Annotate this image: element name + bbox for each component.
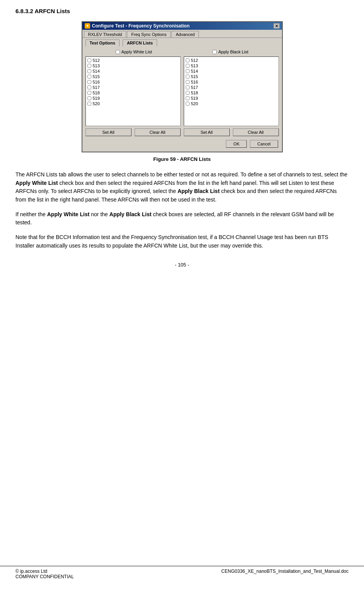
tab-arfcn-lists[interactable]: ARFCN Lists	[123, 39, 157, 46]
black-list-checkbox-label[interactable]: Apply Black List	[212, 50, 248, 54]
figure-caption: Figure 59 - ARFCN Lists	[15, 156, 349, 162]
item-514-right-check[interactable]	[186, 69, 190, 73]
dialog-container: ✦ Configure Test - Frequency Synchronisa…	[15, 21, 349, 152]
list-item[interactable]: 512	[87, 58, 179, 63]
set-all-left-button[interactable]: Set All	[85, 128, 132, 136]
item-515-right-check[interactable]	[186, 75, 190, 79]
list-item[interactable]: 518	[87, 90, 179, 96]
black-list-label: Apply Black List	[218, 50, 248, 54]
list-item[interactable]: 513	[185, 63, 278, 68]
list-item[interactable]: 513	[87, 63, 179, 68]
dialog-titlebar: ✦ Configure Test - Frequency Synchronisa…	[82, 22, 282, 30]
item-517-right-check[interactable]	[186, 85, 190, 89]
apply-black-list-bold-2: Apply Black List	[109, 211, 152, 217]
ok-button[interactable]: OK	[226, 140, 247, 148]
item-518-left-check[interactable]	[87, 91, 91, 95]
dialog-body: Apply White List Apply Black List 512 51…	[82, 46, 282, 152]
apply-black-list-bold-1: Apply Black List	[178, 188, 220, 194]
item-514-left-check[interactable]	[87, 69, 91, 73]
dialog-titlebar-left: ✦ Configure Test - Frequency Synchronisa…	[85, 23, 190, 29]
white-list-panel[interactable]: 512 513 514 515 516 517 518 519 520	[85, 56, 181, 126]
white-list-checkbox-label[interactable]: Apply White List	[116, 50, 152, 54]
list-item[interactable]: 515	[185, 74, 278, 79]
list-item[interactable]: 520	[185, 101, 278, 106]
footer-confidential: COMPANY CONFIDENTIAL	[15, 574, 74, 579]
dialog-icon: ✦	[85, 23, 90, 29]
body-paragraph-2: If neither the Apply White List nor the …	[15, 210, 349, 227]
clear-all-left-button[interactable]: Clear All	[135, 128, 181, 136]
list-item[interactable]: 520	[87, 101, 179, 106]
set-clear-buttons-row: Set All Clear All Set All Clear All	[85, 128, 279, 136]
black-list-panel[interactable]: 512 513 514 515 516 517 518 519 520	[184, 56, 279, 126]
list-item[interactable]: 516	[87, 79, 179, 85]
list-item[interactable]: 512	[185, 58, 278, 63]
set-all-right-button[interactable]: Set All	[184, 128, 230, 136]
item-515-left-check[interactable]	[87, 75, 91, 79]
list-item[interactable]: 519	[185, 96, 278, 101]
tab-test-options[interactable]: Test Options	[85, 39, 120, 46]
item-518-right-check[interactable]	[186, 91, 190, 95]
white-list-checkbox[interactable]	[116, 50, 120, 54]
item-520-right-check[interactable]	[186, 102, 190, 106]
footer-right: CENG0336_XE_nanoBTS_Installation_and_Tes…	[221, 569, 349, 579]
footer-company: © ip.access Ltd	[15, 569, 74, 574]
list-item[interactable]: 514	[185, 68, 278, 74]
item-517-left-check[interactable]	[87, 85, 91, 89]
item-516-left-check[interactable]	[87, 80, 91, 84]
tab-rxlev[interactable]: RXLEV Threshold	[84, 31, 126, 38]
list-item[interactable]: 514	[87, 68, 179, 74]
body-paragraph-3: Note that for the BCCH Information test …	[15, 233, 349, 250]
black-list-checkbox[interactable]	[212, 50, 217, 54]
item-513-right-check[interactable]	[186, 64, 190, 68]
page-heading: 6.8.3.2 ARFCN Lists	[15, 8, 349, 14]
item-519-right-check[interactable]	[186, 96, 190, 100]
dialog-close-button[interactable]: ✕	[273, 23, 280, 29]
list-item[interactable]: 516	[185, 79, 278, 85]
tab-bar: RXLEV Threshold Freq Sync Options Advanc…	[82, 30, 282, 38]
list-item[interactable]: 515	[87, 74, 179, 79]
footer: © ip.access Ltd COMPANY CONFIDENTIAL CEN…	[0, 566, 364, 579]
ok-cancel-row: OK Cancel	[85, 138, 279, 149]
clear-all-right-button[interactable]: Clear All	[233, 128, 279, 136]
dialog-title: Configure Test - Frequency Synchronisati…	[92, 23, 190, 29]
tab-freq-sync[interactable]: Freq Sync Options	[127, 31, 171, 38]
list-item[interactable]: 517	[185, 85, 278, 90]
tab-advanced[interactable]: Advanced	[171, 31, 199, 38]
list-item[interactable]: 517	[87, 85, 179, 90]
lists-container: 512 513 514 515 516 517 518 519 520 512 …	[85, 56, 279, 126]
page-number: - 105 -	[15, 262, 349, 268]
apply-white-list-bold: Apply White List	[15, 180, 58, 186]
item-516-right-check[interactable]	[186, 80, 190, 84]
cancel-button[interactable]: Cancel	[250, 140, 278, 148]
footer-left: © ip.access Ltd COMPANY CONFIDENTIAL	[15, 569, 74, 579]
item-519-left-check[interactable]	[87, 96, 91, 100]
checkbox-row: Apply White List Apply Black List	[85, 50, 279, 54]
white-list-label: Apply White List	[121, 50, 152, 54]
item-512-right-check[interactable]	[186, 58, 190, 62]
item-513-left-check[interactable]	[87, 64, 91, 68]
list-item[interactable]: 519	[87, 96, 179, 101]
list-item[interactable]: 518	[185, 90, 278, 96]
dialog-box: ✦ Configure Test - Frequency Synchronisa…	[82, 21, 283, 152]
apply-white-list-bold-2: Apply White List	[47, 211, 90, 217]
item-520-left-check[interactable]	[87, 102, 91, 106]
body-paragraph-1: The ARFCN Lists tab allows the user to s…	[15, 171, 349, 204]
item-512-left-check[interactable]	[87, 58, 91, 62]
